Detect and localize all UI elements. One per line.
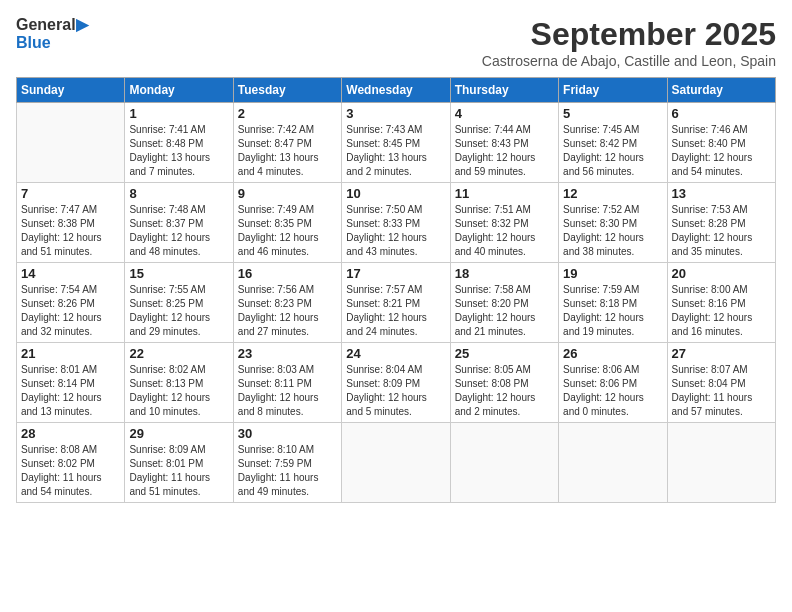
week-row-4: 21Sunrise: 8:01 AM Sunset: 8:14 PM Dayli… [17, 343, 776, 423]
day-cell: 16Sunrise: 7:56 AM Sunset: 8:23 PM Dayli… [233, 263, 341, 343]
day-info: Sunrise: 8:03 AM Sunset: 8:11 PM Dayligh… [238, 363, 337, 419]
day-info: Sunrise: 8:04 AM Sunset: 8:09 PM Dayligh… [346, 363, 445, 419]
day-cell: 12Sunrise: 7:52 AM Sunset: 8:30 PM Dayli… [559, 183, 667, 263]
day-number: 17 [346, 266, 445, 281]
day-cell: 29Sunrise: 8:09 AM Sunset: 8:01 PM Dayli… [125, 423, 233, 503]
day-cell: 10Sunrise: 7:50 AM Sunset: 8:33 PM Dayli… [342, 183, 450, 263]
day-info: Sunrise: 7:41 AM Sunset: 8:48 PM Dayligh… [129, 123, 228, 179]
day-cell: 4Sunrise: 7:44 AM Sunset: 8:43 PM Daylig… [450, 103, 558, 183]
day-cell: 18Sunrise: 7:58 AM Sunset: 8:20 PM Dayli… [450, 263, 558, 343]
month-title: September 2025 [482, 16, 776, 53]
page-header: General▶ Blue September 2025 Castroserna… [16, 16, 776, 69]
day-number: 30 [238, 426, 337, 441]
day-cell: 28Sunrise: 8:08 AM Sunset: 8:02 PM Dayli… [17, 423, 125, 503]
header-row: SundayMondayTuesdayWednesdayThursdayFrid… [17, 78, 776, 103]
day-info: Sunrise: 7:52 AM Sunset: 8:30 PM Dayligh… [563, 203, 662, 259]
day-number: 6 [672, 106, 771, 121]
day-number: 3 [346, 106, 445, 121]
title-block: September 2025 Castroserna de Abajo, Cas… [482, 16, 776, 69]
day-cell [667, 423, 775, 503]
day-cell [559, 423, 667, 503]
day-info: Sunrise: 7:54 AM Sunset: 8:26 PM Dayligh… [21, 283, 120, 339]
logo-blue: Blue [16, 34, 88, 52]
day-info: Sunrise: 8:10 AM Sunset: 7:59 PM Dayligh… [238, 443, 337, 499]
day-info: Sunrise: 7:58 AM Sunset: 8:20 PM Dayligh… [455, 283, 554, 339]
day-info: Sunrise: 7:55 AM Sunset: 8:25 PM Dayligh… [129, 283, 228, 339]
day-number: 24 [346, 346, 445, 361]
day-number: 11 [455, 186, 554, 201]
header-monday: Monday [125, 78, 233, 103]
day-number: 26 [563, 346, 662, 361]
day-number: 23 [238, 346, 337, 361]
day-cell: 5Sunrise: 7:45 AM Sunset: 8:42 PM Daylig… [559, 103, 667, 183]
day-info: Sunrise: 7:56 AM Sunset: 8:23 PM Dayligh… [238, 283, 337, 339]
day-info: Sunrise: 7:51 AM Sunset: 8:32 PM Dayligh… [455, 203, 554, 259]
week-row-5: 28Sunrise: 8:08 AM Sunset: 8:02 PM Dayli… [17, 423, 776, 503]
day-cell [342, 423, 450, 503]
day-info: Sunrise: 8:09 AM Sunset: 8:01 PM Dayligh… [129, 443, 228, 499]
day-info: Sunrise: 7:45 AM Sunset: 8:42 PM Dayligh… [563, 123, 662, 179]
day-info: Sunrise: 8:06 AM Sunset: 8:06 PM Dayligh… [563, 363, 662, 419]
day-info: Sunrise: 7:57 AM Sunset: 8:21 PM Dayligh… [346, 283, 445, 339]
header-thursday: Thursday [450, 78, 558, 103]
day-cell: 8Sunrise: 7:48 AM Sunset: 8:37 PM Daylig… [125, 183, 233, 263]
day-info: Sunrise: 8:05 AM Sunset: 8:08 PM Dayligh… [455, 363, 554, 419]
day-number: 1 [129, 106, 228, 121]
day-number: 27 [672, 346, 771, 361]
day-info: Sunrise: 7:49 AM Sunset: 8:35 PM Dayligh… [238, 203, 337, 259]
day-cell: 27Sunrise: 8:07 AM Sunset: 8:04 PM Dayli… [667, 343, 775, 423]
day-info: Sunrise: 7:47 AM Sunset: 8:38 PM Dayligh… [21, 203, 120, 259]
day-info: Sunrise: 7:42 AM Sunset: 8:47 PM Dayligh… [238, 123, 337, 179]
header-friday: Friday [559, 78, 667, 103]
day-info: Sunrise: 7:50 AM Sunset: 8:33 PM Dayligh… [346, 203, 445, 259]
day-cell: 21Sunrise: 8:01 AM Sunset: 8:14 PM Dayli… [17, 343, 125, 423]
header-tuesday: Tuesday [233, 78, 341, 103]
day-info: Sunrise: 8:00 AM Sunset: 8:16 PM Dayligh… [672, 283, 771, 339]
day-number: 18 [455, 266, 554, 281]
day-number: 4 [455, 106, 554, 121]
day-info: Sunrise: 7:43 AM Sunset: 8:45 PM Dayligh… [346, 123, 445, 179]
day-number: 25 [455, 346, 554, 361]
day-cell: 30Sunrise: 8:10 AM Sunset: 7:59 PM Dayli… [233, 423, 341, 503]
day-info: Sunrise: 7:48 AM Sunset: 8:37 PM Dayligh… [129, 203, 228, 259]
day-info: Sunrise: 8:08 AM Sunset: 8:02 PM Dayligh… [21, 443, 120, 499]
day-number: 20 [672, 266, 771, 281]
day-number: 15 [129, 266, 228, 281]
day-cell: 26Sunrise: 8:06 AM Sunset: 8:06 PM Dayli… [559, 343, 667, 423]
day-number: 14 [21, 266, 120, 281]
day-cell: 23Sunrise: 8:03 AM Sunset: 8:11 PM Dayli… [233, 343, 341, 423]
week-row-3: 14Sunrise: 7:54 AM Sunset: 8:26 PM Dayli… [17, 263, 776, 343]
day-number: 28 [21, 426, 120, 441]
day-cell: 20Sunrise: 8:00 AM Sunset: 8:16 PM Dayli… [667, 263, 775, 343]
header-sunday: Sunday [17, 78, 125, 103]
day-cell: 13Sunrise: 7:53 AM Sunset: 8:28 PM Dayli… [667, 183, 775, 263]
day-cell: 22Sunrise: 8:02 AM Sunset: 8:13 PM Dayli… [125, 343, 233, 423]
logo-general: General▶ [16, 16, 88, 34]
day-info: Sunrise: 8:02 AM Sunset: 8:13 PM Dayligh… [129, 363, 228, 419]
week-row-1: 1Sunrise: 7:41 AM Sunset: 8:48 PM Daylig… [17, 103, 776, 183]
day-number: 22 [129, 346, 228, 361]
day-number: 29 [129, 426, 228, 441]
day-number: 9 [238, 186, 337, 201]
day-number: 7 [21, 186, 120, 201]
day-cell: 3Sunrise: 7:43 AM Sunset: 8:45 PM Daylig… [342, 103, 450, 183]
day-info: Sunrise: 7:44 AM Sunset: 8:43 PM Dayligh… [455, 123, 554, 179]
day-cell: 11Sunrise: 7:51 AM Sunset: 8:32 PM Dayli… [450, 183, 558, 263]
day-number: 10 [346, 186, 445, 201]
day-number: 8 [129, 186, 228, 201]
day-cell: 9Sunrise: 7:49 AM Sunset: 8:35 PM Daylig… [233, 183, 341, 263]
day-number: 12 [563, 186, 662, 201]
day-cell: 19Sunrise: 7:59 AM Sunset: 8:18 PM Dayli… [559, 263, 667, 343]
header-wednesday: Wednesday [342, 78, 450, 103]
day-info: Sunrise: 7:46 AM Sunset: 8:40 PM Dayligh… [672, 123, 771, 179]
day-info: Sunrise: 7:53 AM Sunset: 8:28 PM Dayligh… [672, 203, 771, 259]
day-cell [17, 103, 125, 183]
day-cell [450, 423, 558, 503]
day-cell: 24Sunrise: 8:04 AM Sunset: 8:09 PM Dayli… [342, 343, 450, 423]
day-info: Sunrise: 8:01 AM Sunset: 8:14 PM Dayligh… [21, 363, 120, 419]
header-saturday: Saturday [667, 78, 775, 103]
day-number: 13 [672, 186, 771, 201]
day-cell: 14Sunrise: 7:54 AM Sunset: 8:26 PM Dayli… [17, 263, 125, 343]
calendar-table: SundayMondayTuesdayWednesdayThursdayFrid… [16, 77, 776, 503]
day-cell: 17Sunrise: 7:57 AM Sunset: 8:21 PM Dayli… [342, 263, 450, 343]
